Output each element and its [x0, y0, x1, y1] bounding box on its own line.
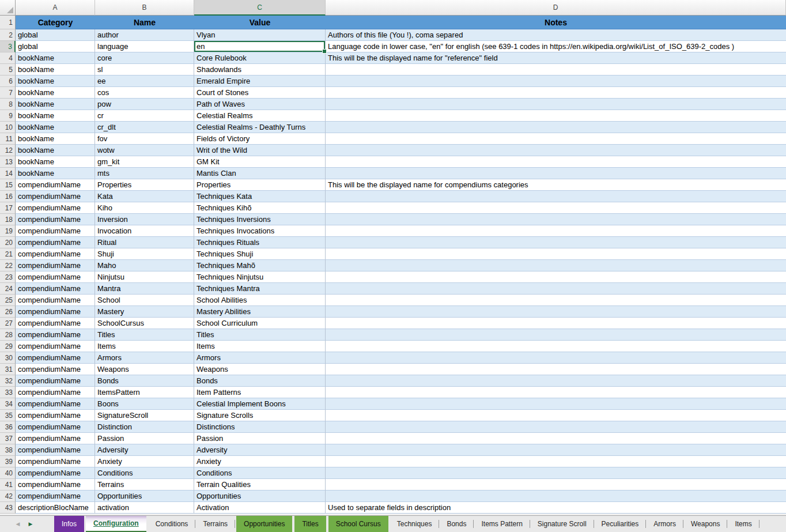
- row-number-7[interactable]: 7: [0, 87, 16, 99]
- row-number-43[interactable]: 43: [0, 502, 16, 514]
- row-number-3[interactable]: 3: [0, 41, 16, 52]
- cell-D39[interactable]: [326, 456, 786, 467]
- sheet-tab-configuration[interactable]: Configuration: [86, 516, 146, 532]
- row-number-22[interactable]: 22: [0, 260, 16, 271]
- row-number-40[interactable]: 40: [0, 467, 16, 479]
- cell-B28[interactable]: Titles: [95, 329, 194, 341]
- row-number-1[interactable]: 1: [0, 16, 16, 29]
- cell-D27[interactable]: [326, 318, 786, 329]
- cell-B11[interactable]: fov: [95, 133, 194, 145]
- cell-C38[interactable]: Adversity: [194, 444, 326, 456]
- cell-C28[interactable]: Titles: [194, 329, 326, 341]
- cell-D8[interactable]: [326, 99, 786, 110]
- cell-B29[interactable]: Items: [95, 341, 194, 352]
- cell-A24[interactable]: compendiumName: [16, 283, 95, 295]
- cell-A23[interactable]: compendiumName: [16, 271, 95, 283]
- cell-A31[interactable]: compendiumName: [16, 364, 95, 375]
- cell-A35[interactable]: compendiumName: [16, 410, 95, 421]
- cell-A7[interactable]: bookName: [16, 87, 95, 99]
- sheet-tab-infos[interactable]: Infos: [54, 516, 84, 532]
- cell-B35[interactable]: SignatureScroll: [95, 410, 194, 421]
- cell-C23[interactable]: Techniques Ninjutsu: [194, 271, 326, 283]
- row-number-36[interactable]: 36: [0, 421, 16, 433]
- cell-C33[interactable]: Item Patterns: [194, 387, 326, 398]
- cell-D22[interactable]: [326, 260, 786, 271]
- sheet-tab-signature-scroll[interactable]: Signature Scroll: [530, 516, 594, 532]
- row-number-27[interactable]: 27: [0, 318, 16, 329]
- cell-A16[interactable]: compendiumName: [16, 191, 95, 202]
- row-number-33[interactable]: 33: [0, 387, 16, 398]
- cell-D37[interactable]: [326, 433, 786, 444]
- row-number-35[interactable]: 35: [0, 410, 16, 421]
- sheet-tab-techniques[interactable]: Techniques: [390, 516, 440, 532]
- cell-D15[interactable]: This will be the displayed name for comp…: [326, 179, 786, 191]
- cell-B39[interactable]: Anxiety: [95, 456, 194, 467]
- cell-D18[interactable]: [326, 214, 786, 225]
- cell-C35[interactable]: Signature Scrolls: [194, 410, 326, 421]
- cell-B25[interactable]: School: [95, 295, 194, 306]
- cell-A15[interactable]: compendiumName: [16, 179, 95, 191]
- cell-A6[interactable]: bookName: [16, 76, 95, 87]
- column-header-a[interactable]: A: [16, 0, 95, 16]
- cell-D29[interactable]: [326, 341, 786, 352]
- cell-C18[interactable]: Techniques Inversions: [194, 214, 326, 225]
- tab-scroll-left-icon[interactable]: ◀: [15, 522, 21, 527]
- cell-A38[interactable]: compendiumName: [16, 444, 95, 456]
- row-number-29[interactable]: 29: [0, 341, 16, 352]
- cell-B33[interactable]: ItemsPattern: [95, 387, 194, 398]
- row-number-11[interactable]: 11: [0, 133, 16, 145]
- cell-D28[interactable]: [326, 329, 786, 341]
- header-cell-name[interactable]: Name: [95, 16, 194, 29]
- cell-D21[interactable]: [326, 248, 786, 260]
- cell-C31[interactable]: Weapons: [194, 364, 326, 375]
- cell-D25[interactable]: [326, 295, 786, 306]
- cell-C40[interactable]: Conditions: [194, 467, 326, 479]
- row-number-28[interactable]: 28: [0, 329, 16, 341]
- row-number-24[interactable]: 24: [0, 283, 16, 295]
- cell-A13[interactable]: bookName: [16, 156, 95, 168]
- cell-B20[interactable]: Ritual: [95, 237, 194, 248]
- cell-D9[interactable]: [326, 110, 786, 122]
- cell-D26[interactable]: [326, 306, 786, 318]
- cell-D6[interactable]: [326, 76, 786, 87]
- cell-D14[interactable]: [326, 168, 786, 179]
- cell-D13[interactable]: [326, 156, 786, 168]
- cell-B9[interactable]: cr: [95, 110, 194, 122]
- cell-A43[interactable]: descriptionBlocName: [16, 502, 95, 514]
- cell-C37[interactable]: Passion: [194, 433, 326, 444]
- cell-A39[interactable]: compendiumName: [16, 456, 95, 467]
- cell-A5[interactable]: bookName: [16, 64, 95, 76]
- cell-D33[interactable]: [326, 387, 786, 398]
- row-number-9[interactable]: 9: [0, 110, 16, 122]
- cell-C29[interactable]: Items: [194, 341, 326, 352]
- cell-B32[interactable]: Bonds: [95, 375, 194, 387]
- sheet-tab-weapons[interactable]: Weapons: [683, 516, 727, 532]
- sheet-tab-school-cursus[interactable]: School Cursus: [328, 516, 388, 532]
- cell-C24[interactable]: Techniques Mantra: [194, 283, 326, 295]
- cell-A9[interactable]: bookName: [16, 110, 95, 122]
- cell-A40[interactable]: compendiumName: [16, 467, 95, 479]
- cell-D40[interactable]: [326, 467, 786, 479]
- cell-C22[interactable]: Techniques Mahõ: [194, 260, 326, 271]
- cell-C39[interactable]: Anxiety: [194, 456, 326, 467]
- row-number-41[interactable]: 41: [0, 479, 16, 491]
- cell-B10[interactable]: cr_dlt: [95, 122, 194, 133]
- cell-B43[interactable]: activation: [95, 502, 194, 514]
- cell-B27[interactable]: SchoolCursus: [95, 318, 194, 329]
- cell-D32[interactable]: [326, 375, 786, 387]
- cell-A21[interactable]: compendiumName: [16, 248, 95, 260]
- cell-B30[interactable]: Armors: [95, 352, 194, 364]
- sheet-tab-opportunities[interactable]: Opportunities: [236, 516, 292, 532]
- cell-C21[interactable]: Techniques Shuji: [194, 248, 326, 260]
- column-header-d[interactable]: D: [326, 0, 786, 16]
- cell-A36[interactable]: compendiumName: [16, 421, 95, 433]
- cell-B23[interactable]: Ninjutsu: [95, 271, 194, 283]
- cell-B41[interactable]: Terrains: [95, 479, 194, 491]
- row-number-5[interactable]: 5: [0, 64, 16, 76]
- row-number-26[interactable]: 26: [0, 306, 16, 318]
- cell-A42[interactable]: compendiumName: [16, 491, 95, 502]
- cell-C30[interactable]: Armors: [194, 352, 326, 364]
- cell-A10[interactable]: bookName: [16, 122, 95, 133]
- cell-D30[interactable]: [326, 352, 786, 364]
- row-number-14[interactable]: 14: [0, 168, 16, 179]
